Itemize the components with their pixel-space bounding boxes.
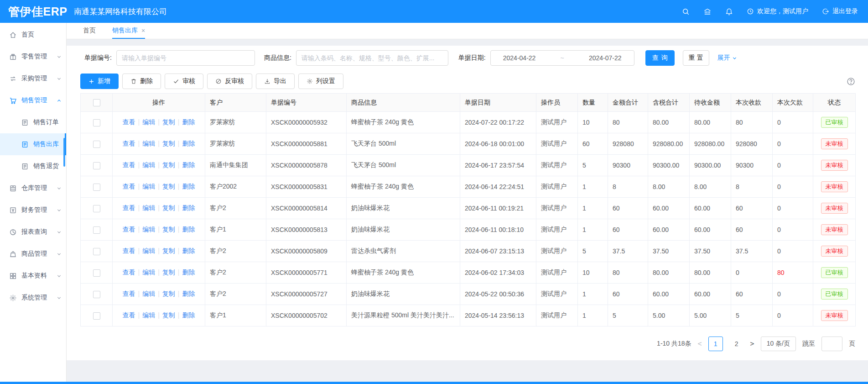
action-view[interactable]: 查看 (123, 226, 135, 233)
sidebar-item-label: 销售退货 (33, 162, 59, 170)
tab-sales-outbound[interactable]: 销售出库 × (112, 23, 145, 39)
add-button[interactable]: 新增 (80, 74, 119, 89)
page-size-select[interactable]: 10 条/页 (761, 337, 796, 351)
cell-customer: 客户2 (205, 241, 266, 262)
action-edit[interactable]: 编辑 (142, 226, 155, 233)
action-delete[interactable]: 删除 (182, 183, 195, 190)
action-copy[interactable]: 复制 (162, 183, 175, 190)
sidebar-item-finance[interactable]: 财务管理 (0, 199, 66, 221)
action-delete[interactable]: 删除 (182, 140, 195, 147)
sidebar-item-retail[interactable]: 零售管理 (0, 46, 66, 68)
action-view[interactable]: 查看 (123, 183, 135, 190)
close-icon[interactable]: × (141, 27, 145, 34)
row-checkbox[interactable] (93, 269, 100, 277)
bank-icon[interactable] (703, 8, 712, 16)
action-view[interactable]: 查看 (123, 161, 135, 168)
action-copy[interactable]: 复制 (162, 226, 175, 233)
action-edit[interactable]: 编辑 (142, 247, 155, 254)
select-all-checkbox[interactable] (93, 99, 100, 106)
action-delete[interactable]: 删除 (182, 161, 195, 168)
action-delete[interactable]: 删除 (182, 290, 195, 297)
sidebar-item-warehouse[interactable]: 仓库管理 (0, 177, 66, 199)
product-info-input[interactable] (296, 50, 448, 66)
search-button[interactable]: 查询 (645, 50, 675, 66)
row-checkbox[interactable] (93, 119, 100, 126)
action-copy[interactable]: 复制 (162, 204, 175, 211)
sidebar-item-system[interactable]: 系统管理 (0, 287, 66, 309)
action-copy[interactable]: 复制 (162, 161, 175, 168)
page-button-1[interactable]: 1 (708, 337, 723, 351)
action-edit[interactable]: 编辑 (142, 140, 155, 147)
row-checkbox[interactable] (93, 248, 100, 255)
sidebar-item-home[interactable]: 首页 (0, 24, 66, 46)
sidebar-scrollbar-thumb[interactable] (63, 138, 65, 167)
sidebar-item-sales-outbound[interactable]: 销售出库 (0, 133, 66, 155)
date-range-picker[interactable]: 2024-04-22 ~ 2024-07-22 (490, 50, 634, 66)
action-edit[interactable]: 编辑 (142, 290, 155, 297)
row-checkbox[interactable] (93, 226, 100, 234)
bell-icon[interactable] (725, 8, 733, 16)
approve-button[interactable]: 审核 (165, 74, 203, 89)
unapprove-button[interactable]: 反审核 (207, 74, 252, 89)
cell-tax_total: 37.50 (648, 241, 690, 262)
cell-product: 蜂蜜柚子茶 240g 黄色 (347, 262, 460, 284)
action-delete[interactable]: 删除 (182, 268, 195, 276)
sidebar-item-sales[interactable]: 销售管理 (0, 89, 66, 111)
action-copy[interactable]: 复制 (162, 247, 175, 254)
logout-button[interactable]: 退出登录 (822, 7, 858, 16)
sidebar-item-reports[interactable]: 报表查询 (0, 221, 66, 243)
date-from[interactable]: 2024-04-22 (503, 54, 536, 62)
jump-page-input[interactable] (821, 337, 842, 351)
action-view[interactable]: 查看 (123, 268, 135, 276)
action-edit[interactable]: 编辑 (142, 311, 155, 319)
page-button-2[interactable]: 2 (729, 337, 744, 351)
action-delete[interactable]: 删除 (182, 311, 195, 319)
row-checkbox[interactable] (93, 312, 100, 320)
action-view[interactable]: 查看 (123, 118, 135, 126)
sidebar-item-goods[interactable]: 商品管理 (0, 243, 66, 265)
action-delete[interactable]: 删除 (182, 204, 195, 211)
search-icon[interactable] (682, 8, 690, 16)
cell-tax_total: 90300.00 (648, 155, 690, 176)
action-copy[interactable]: 复制 (162, 118, 175, 126)
action-edit[interactable]: 编辑 (142, 183, 155, 190)
action-delete[interactable]: 删除 (182, 226, 195, 233)
prev-page-button[interactable]: < (698, 340, 702, 348)
row-checkbox[interactable] (93, 141, 100, 148)
row-checkbox[interactable] (93, 162, 100, 169)
sidebar-item-basic-data[interactable]: 基本资料 (0, 265, 66, 287)
row-checkbox[interactable] (93, 291, 100, 298)
action-delete[interactable]: 删除 (182, 247, 195, 254)
row-checkbox[interactable] (93, 205, 100, 212)
sidebar-item-purchase[interactable]: 采购管理 (0, 68, 66, 89)
reset-button[interactable]: 重置 (683, 50, 709, 66)
sidebar-item-sales-return[interactable]: 销售退货 (0, 155, 66, 177)
expand-link[interactable]: 展开 (717, 54, 737, 62)
action-edit[interactable]: 编辑 (142, 204, 155, 211)
action-copy[interactable]: 复制 (162, 268, 175, 276)
action-delete[interactable]: 删除 (182, 118, 195, 126)
action-edit[interactable]: 编辑 (142, 268, 155, 276)
action-copy[interactable]: 复制 (162, 311, 175, 319)
delete-button[interactable]: 删除 (122, 74, 161, 89)
export-button[interactable]: 导出 (256, 74, 295, 89)
cell-owed: 0 (773, 155, 813, 176)
help-icon[interactable] (847, 77, 855, 86)
column-settings-button[interactable]: 列设置 (298, 74, 343, 89)
tab-home[interactable]: 首页 (83, 23, 96, 39)
action-view[interactable]: 查看 (123, 247, 135, 254)
action-view[interactable]: 查看 (123, 140, 135, 147)
action-edit[interactable]: 编辑 (142, 161, 155, 168)
row-checkbox[interactable] (93, 184, 100, 191)
action-copy[interactable]: 复制 (162, 290, 175, 297)
action-copy[interactable]: 复制 (162, 140, 175, 147)
welcome-user[interactable]: 欢迎您，测试用户 (747, 7, 808, 16)
action-view[interactable]: 查看 (123, 204, 135, 211)
action-view[interactable]: 查看 (123, 311, 135, 319)
action-view[interactable]: 查看 (123, 290, 135, 297)
doc-no-input[interactable] (116, 50, 255, 66)
sidebar-item-sales-order[interactable]: 销售订单 (0, 111, 66, 133)
date-to[interactable]: 2024-07-22 (589, 54, 622, 62)
action-edit[interactable]: 编辑 (142, 118, 155, 126)
next-page-button[interactable]: > (750, 340, 754, 348)
